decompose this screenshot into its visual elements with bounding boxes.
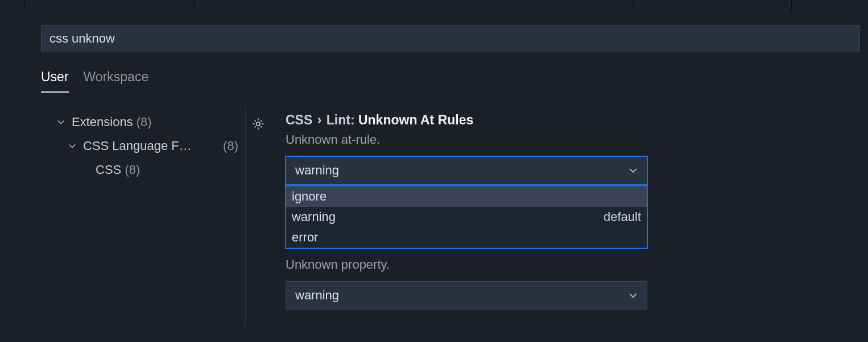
select-dropdown: ignore warning default error [286,186,647,248]
settings-list: CSS › Lint: Unknown At Rules Unknown at-… [246,108,868,327]
tree-count: (8) [223,139,238,153]
settings-panels: Extensions (8) CSS Language F… (8) CSS (… [41,108,868,327]
tree-item-extensions[interactable]: Extensions (8) [41,110,245,134]
option-label: error [292,230,318,245]
tab-user[interactable]: User [41,69,69,93]
gear-icon[interactable] [251,117,265,131]
option-label: warning [292,210,336,224]
tree-count: (8) [137,115,152,130]
svg-point-0 [257,122,260,126]
setting-category: CSS [286,112,312,127]
setting-unknown-at-rules: CSS › Lint: Unknown At Rules Unknown at-… [286,112,868,185]
tree-label: CSS Language F… [83,139,192,153]
chevron-down-icon [57,118,68,126]
tab-workspace[interactable]: Workspace [84,69,149,93]
option-label: ignore [292,189,326,204]
setting-select-wrap: warning ignore warning default [286,156,647,185]
settings-tree: Extensions (8) CSS Language F… (8) CSS (… [41,108,246,327]
option-ignore[interactable]: ignore [286,186,647,207]
setting-unknown-property: Unknown property. warning [286,257,868,310]
setting-subcategory: Lint: [326,112,355,127]
tab-slot[interactable] [792,0,868,11]
tab-slot [0,0,25,11]
option-default-badge: default [604,210,641,224]
chevron-down-icon [68,142,80,150]
setting-title: CSS › Lint: Unknown At Rules [286,112,868,128]
chevron-down-icon [629,291,638,300]
option-error[interactable]: error [286,227,647,248]
setting-select-wrap: warning [286,281,647,310]
chevron-down-icon [629,166,638,175]
setting-select[interactable]: warning [286,281,647,310]
editor-tabbar [0,0,868,11]
setting-description: Unknown property. [286,257,868,272]
tree-label: CSS [96,162,121,177]
setting-name: Unknown At Rules [358,112,473,127]
select-value: warning [295,163,339,178]
setting-description: Unknown at-rule. [286,132,868,147]
scope-tabs: User Workspace [41,69,868,93]
settings-search-input[interactable] [41,25,860,52]
tree-count: (8) [125,162,140,177]
breadcrumb-separator: › [317,112,322,127]
option-warning[interactable]: warning default [286,207,647,227]
select-value: warning [295,288,339,303]
tree-item-css[interactable]: CSS (8) [41,158,245,182]
tab-slot[interactable] [25,0,195,11]
settings-editor: User Workspace Extensions (8) CSS Langua… [0,11,868,327]
tab-slot[interactable] [633,0,792,11]
tree-item-css-language-features[interactable]: CSS Language F… (8) [41,134,245,158]
setting-select[interactable]: warning [286,156,647,185]
tab-slot[interactable] [195,0,633,11]
tree-label: Extensions [72,115,133,130]
